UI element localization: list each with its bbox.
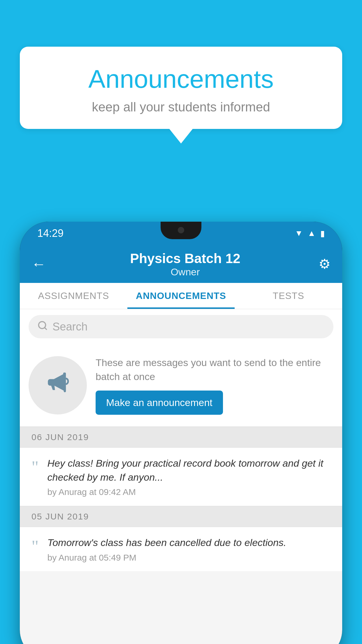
svg-line-1 — [45, 327, 47, 329]
search-placeholder: Search — [52, 321, 87, 333]
speech-bubble: Announcements keep all your students inf… — [20, 47, 342, 129]
status-icons: ▼ ▲ ▮ — [295, 229, 325, 238]
phone-frame: 14:29 ▼ ▲ ▮ ← Physics Batch 12 Owner ⚙ A… — [20, 222, 342, 644]
speech-bubble-arrow — [169, 129, 193, 144]
date-separator-2: 05 JUN 2019 — [20, 506, 342, 527]
announcement-prompt-right: These are messages you want to send to t… — [96, 356, 333, 415]
app-header: ← Physics Batch 12 Owner ⚙ — [20, 245, 342, 283]
settings-icon[interactable]: ⚙ — [319, 256, 331, 272]
date-separator-1: 06 JUN 2019 — [20, 427, 342, 448]
quote-icon-1: " — [31, 458, 39, 476]
tab-announcements[interactable]: ANNOUNCEMENTS — [127, 283, 235, 309]
megaphone-circle — [29, 356, 87, 414]
megaphone-icon — [45, 369, 71, 402]
quote-icon-2: " — [31, 538, 39, 555]
tab-assignments[interactable]: ASSIGNMENTS — [20, 283, 127, 309]
speech-bubble-section: Announcements keep all your students inf… — [20, 47, 342, 144]
make-announcement-button[interactable]: Make an announcement — [96, 391, 223, 415]
announcement-text-block-1: Hey class! Bring your practical record b… — [48, 456, 331, 497]
camera-dot — [178, 227, 184, 233]
announcement-meta-2: by Anurag at 05:49 PM — [48, 553, 331, 563]
wifi-icon: ▼ — [295, 229, 303, 238]
announcement-message-2: Tomorrow's class has been cancelled due … — [48, 536, 331, 550]
status-time: 14:29 — [37, 227, 64, 239]
header-title: Physics Batch 12 — [52, 251, 319, 266]
announcement-prompt-description: These are messages you want to send to t… — [96, 356, 333, 384]
search-bar-container: Search — [20, 309, 342, 344]
announcement-text-block-2: Tomorrow's class has been cancelled due … — [48, 536, 331, 563]
status-bar: 14:29 ▼ ▲ ▮ — [20, 222, 342, 245]
tab-bar: ASSIGNMENTS ANNOUNCEMENTS TESTS — [20, 283, 342, 309]
notch — [161, 222, 201, 239]
battery-icon: ▮ — [320, 229, 325, 238]
announcement-prompt: These are messages you want to send to t… — [20, 344, 342, 427]
search-icon — [37, 320, 48, 333]
back-button[interactable]: ← — [31, 256, 46, 272]
search-bar[interactable]: Search — [29, 315, 333, 338]
header-title-block: Physics Batch 12 Owner — [52, 251, 319, 278]
announcement-message-1: Hey class! Bring your practical record b… — [48, 456, 331, 484]
announcement-meta-1: by Anurag at 09:42 AM — [48, 487, 331, 497]
signal-icon: ▲ — [307, 229, 316, 238]
speech-bubble-title: Announcements — [37, 64, 325, 94]
announcement-item-1[interactable]: " Hey class! Bring your practical record… — [20, 448, 342, 506]
speech-bubble-subtitle: keep all your students informed — [37, 100, 325, 114]
phone-content: Search These are messages you want to se… — [20, 309, 342, 644]
header-subtitle: Owner — [52, 266, 319, 278]
announcement-item-2[interactable]: " Tomorrow's class has been cancelled du… — [20, 527, 342, 572]
tab-tests[interactable]: TESTS — [235, 283, 342, 309]
